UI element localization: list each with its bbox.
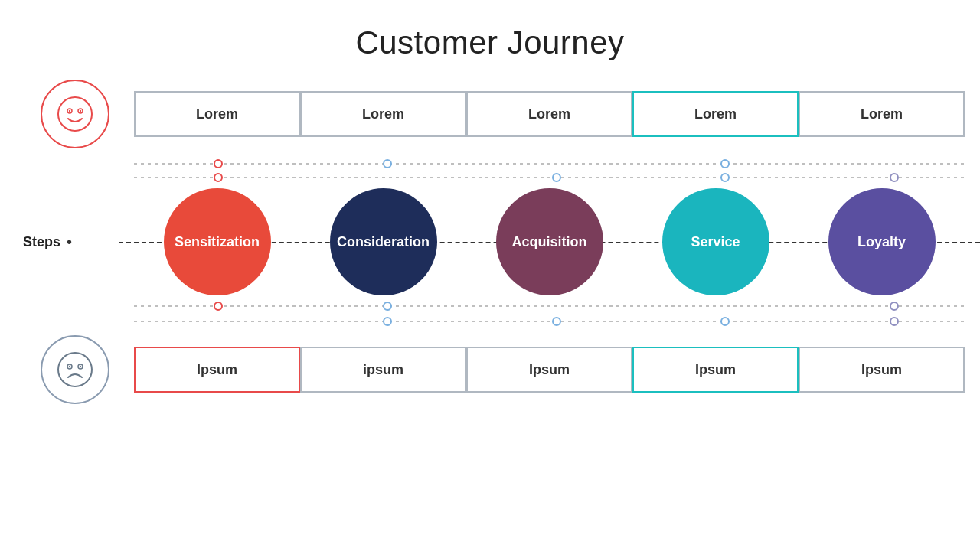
top-avatar <box>41 80 109 148</box>
step-acquisition: Acquisition <box>466 188 632 295</box>
top-boxes-row: Lorem Lorem Lorem Lorem Lorem <box>134 91 965 137</box>
bottom-avatar-area <box>15 335 134 404</box>
top-box-4: Lorem <box>632 91 799 137</box>
bottom-box-2: ipsum <box>300 347 466 393</box>
bottom-avatar <box>41 335 109 404</box>
step-service: Service <box>632 188 799 295</box>
svg-point-13 <box>890 174 898 181</box>
circle-loyalty: Loyalty <box>828 188 936 295</box>
step-loyalty: Loyalty <box>799 188 965 295</box>
bottom-box-1: Ipsum <box>134 347 300 393</box>
top-dotted-lines <box>15 150 965 188</box>
bottom-box-4: Ipsum <box>632 347 799 393</box>
svg-point-27 <box>79 366 80 367</box>
step-consideration: Consideration <box>300 188 466 295</box>
bottom-dotted-lines <box>15 295 965 334</box>
svg-point-6 <box>214 160 222 168</box>
bottom-boxes-row: Ipsum ipsum Ipsum Ipsum Ipsum <box>134 347 965 393</box>
svg-point-20 <box>553 318 560 325</box>
svg-point-10 <box>214 174 222 181</box>
happy-face-icon <box>55 94 95 134</box>
svg-point-4 <box>79 110 80 112</box>
sad-face-icon <box>55 350 95 390</box>
svg-point-22 <box>890 318 898 325</box>
top-box-5: Lorem <box>799 91 965 137</box>
top-avatar-area <box>15 80 134 148</box>
svg-point-8 <box>721 160 729 168</box>
top-box-2: Lorem <box>300 91 466 137</box>
circle-acquisition: Acquisition <box>496 188 603 295</box>
circles-row: Sensitization Consideration Acquisition … <box>134 188 965 295</box>
svg-point-0 <box>58 97 92 131</box>
svg-point-19 <box>384 318 391 325</box>
steps-label-area: Steps • <box>15 233 134 251</box>
bottom-box-5: Ipsum <box>799 347 965 393</box>
svg-point-3 <box>68 110 70 112</box>
bottom-box-3: Ipsum <box>466 347 632 393</box>
svg-point-26 <box>68 366 70 367</box>
svg-point-7 <box>384 160 391 168</box>
circle-service: Service <box>662 188 769 295</box>
step-sensitization: Sensitization <box>134 188 300 295</box>
steps-label: Steps <box>23 234 60 250</box>
svg-point-17 <box>890 302 898 310</box>
circle-sensitization: Sensitization <box>164 188 271 295</box>
svg-point-11 <box>553 174 560 181</box>
svg-point-12 <box>721 174 729 181</box>
svg-point-21 <box>721 318 729 325</box>
page-title: Customer Journey <box>355 24 624 61</box>
svg-point-15 <box>214 302 222 310</box>
svg-point-16 <box>384 302 391 310</box>
svg-point-23 <box>58 353 92 386</box>
circle-consideration: Consideration <box>330 188 437 295</box>
top-box-1: Lorem <box>134 91 300 137</box>
top-box-3: Lorem <box>466 91 632 137</box>
